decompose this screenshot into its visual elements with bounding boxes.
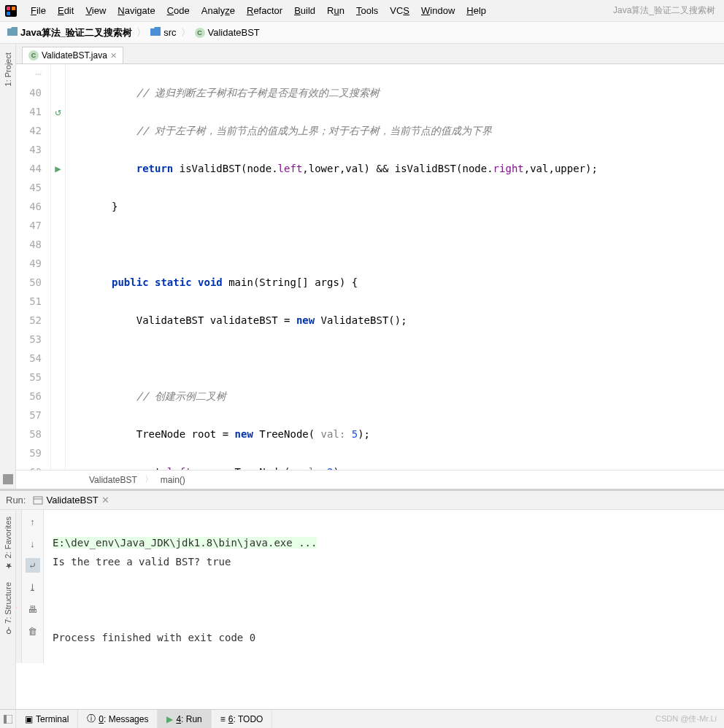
gutter-markers: ↺ ▶ — [51, 64, 66, 470]
tool-window-quick-access-icon[interactable] — [0, 710, 16, 729]
line-gutter: ⋯ 40414243 44454647 48495051 52535455 56… — [16, 64, 51, 470]
print-button[interactable]: 🖶 — [26, 602, 40, 616]
svg-rect-1 — [7, 7, 10, 10]
run-config-icon — [33, 495, 43, 506]
menu-run[interactable]: Run — [321, 2, 350, 19]
folder-icon — [150, 27, 161, 38]
chevron-right-icon: 〉 — [181, 26, 190, 39]
nav-breadcrumbs: Java算法_验证二叉搜索树 〉 src 〉 C ValidateBST — [0, 22, 724, 44]
run-left-toolbar-2: ↑ ↓ ⤶ ⤓ 🖶 🗑 — [22, 510, 44, 663]
editor-tab[interactable]: C ValidateBST.java ✕ — [22, 47, 123, 63]
close-icon[interactable]: ✕ — [110, 51, 117, 61]
sidebar-tab-structure[interactable]: ⚲ 7: Structure — [1, 576, 14, 641]
menu-build[interactable]: Build — [288, 2, 321, 19]
menu-view[interactable]: View — [80, 2, 112, 19]
messages-icon: ⓘ — [87, 713, 96, 725]
tab-terminal[interactable]: ▣ Terminal — [16, 710, 78, 728]
app-logo-icon — [4, 4, 18, 18]
menu-tools[interactable]: Tools — [350, 2, 384, 19]
project-name-label: Java算法_验证二叉搜索树 — [613, 4, 720, 17]
menu-analyze[interactable]: Analyze — [196, 2, 241, 19]
menu-vcs[interactable]: VCS — [384, 2, 415, 19]
editor-tabs: C ValidateBST.java ✕ — [16, 44, 724, 64]
menu-bar: File Edit View Navigate Code Analyze Ref… — [0, 0, 724, 22]
close-icon[interactable]: ✕ — [101, 495, 109, 506]
code-content[interactable]: // 递归判断左子树和右子树是否是有效的二叉搜索树 // 对于左子树，当前节点的… — [66, 64, 724, 470]
svg-rect-7 — [4, 715, 7, 724]
sidebar-tab-favorites[interactable]: ★ 2: Favorites — [1, 511, 14, 576]
menu-code[interactable]: Code — [161, 2, 196, 19]
class-icon: C — [195, 28, 205, 38]
tab-todo[interactable]: ≡ 6: TODO — [212, 710, 273, 728]
chevron-right-icon: 〉 — [145, 473, 153, 486]
menu-help[interactable]: Help — [461, 2, 492, 19]
code-editor[interactable]: ⋯ 40414243 44454647 48495051 52535455 56… — [16, 64, 724, 470]
recursive-icon[interactable]: ↺ — [51, 102, 65, 121]
terminal-icon: ▣ — [25, 714, 33, 724]
todo-icon: ≡ — [220, 714, 226, 724]
svg-rect-3 — [7, 12, 10, 15]
crumb-src[interactable]: src — [150, 27, 176, 38]
crumb-class[interactable]: C ValidateBST — [195, 27, 260, 38]
console-line: Process finished with exit code 0 — [53, 628, 715, 647]
scroll-to-end-button[interactable]: ⤓ — [26, 580, 40, 595]
menu-file[interactable]: File — [25, 2, 52, 19]
console-cmd: E:\dev_env\Java_JDK\jdk1.8\bin\java.exe … — [53, 537, 317, 549]
menu-edit[interactable]: Edit — [52, 2, 80, 19]
class-icon: C — [28, 50, 39, 61]
run-gutter-icon[interactable]: ▶ — [51, 159, 65, 178]
up-icon[interactable]: ↑ — [26, 514, 40, 529]
watermark: CSDN @佳-Mr.Li — [655, 713, 724, 724]
sidebar-corner-icon[interactable] — [3, 474, 13, 484]
folder-icon — [7, 27, 18, 38]
run-config[interactable]: ValidateBST ✕ — [33, 495, 109, 506]
menu-refactor[interactable]: Refactor — [241, 2, 288, 19]
run-tool-window: Run: ValidateBST ✕ ▶ ■ ⇉ ⊞ 📌 ↑ ↓ ⤶ ⤓ 🖶 🗑… — [0, 489, 724, 663]
chevron-right-icon: 〉 — [136, 26, 146, 39]
soft-wrap-button[interactable]: ⤶ — [26, 558, 40, 573]
run-label: Run: — [6, 495, 26, 506]
tab-label: ValidateBST.java — [42, 50, 107, 61]
run-icon: ▶ — [166, 714, 173, 724]
menu-navigate[interactable]: Navigate — [112, 2, 161, 19]
sidebar-tab-project[interactable]: 1: Project — [2, 47, 14, 92]
bc-class[interactable]: ValidateBST — [89, 475, 137, 485]
crumb-project[interactable]: Java算法_验证二叉搜索树 — [7, 26, 132, 39]
clear-button[interactable]: 🗑 — [26, 624, 40, 638]
down-icon[interactable]: ↓ — [26, 536, 40, 551]
svg-rect-4 — [34, 497, 42, 504]
menu-window[interactable]: Window — [415, 2, 461, 19]
svg-rect-2 — [12, 7, 15, 10]
console-line: Is the tree a valid BST? true — [53, 552, 715, 571]
bottom-tool-bar: ▣ Terminal ⓘ 0: Messages ▶ 4: Run ≡ 6: T… — [0, 709, 724, 728]
editor-breadcrumb: ValidateBST 〉 main() — [16, 470, 724, 489]
left-tool-strip: 1: Project — [0, 44, 16, 489]
console-output[interactable]: E:\dev_env\Java_JDK\jdk1.8\bin\java.exe … — [44, 510, 724, 663]
bc-method[interactable]: main() — [161, 475, 185, 485]
tab-messages[interactable]: ⓘ 0: Messages — [78, 710, 158, 728]
tab-run[interactable]: ▶ 4: Run — [158, 710, 211, 728]
